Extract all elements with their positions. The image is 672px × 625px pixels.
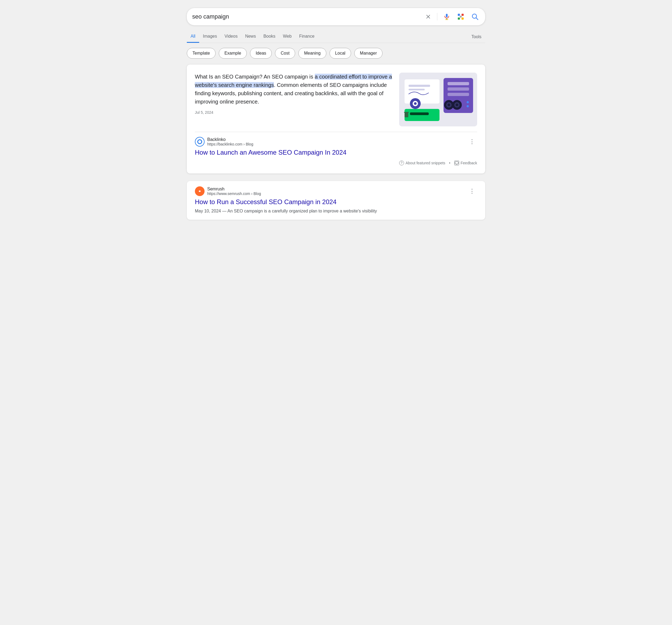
- mic-icon: [443, 13, 450, 20]
- snippet-text-before: What Is an SEO Campaign? An SEO campaign…: [195, 74, 315, 79]
- svg-point-29: [456, 103, 458, 106]
- card-footer: ? About featured snippets • Feedback: [195, 158, 477, 165]
- search-icons: [424, 12, 480, 22]
- source-info: Backlinko https://backlinko.com › Blog: [207, 137, 253, 146]
- svg-rect-0: [446, 14, 448, 17]
- source-name: Backlinko: [207, 137, 253, 142]
- svg-rect-11: [405, 79, 439, 103]
- search-input[interactable]: seo campaign: [192, 13, 424, 20]
- result2-date: May 10, 2024: [195, 209, 221, 213]
- snippet-illustration: [399, 73, 477, 126]
- svg-point-31: [466, 105, 469, 107]
- semrush-favicon: [195, 186, 205, 196]
- filter-chips: Template Example Ideas Cost Meaning Loca…: [187, 48, 485, 59]
- svg-rect-23: [448, 93, 469, 96]
- tab-images[interactable]: Images: [199, 31, 221, 43]
- tab-web[interactable]: Web: [279, 31, 295, 43]
- svg-rect-4: [461, 18, 464, 20]
- tab-books[interactable]: Books: [260, 31, 279, 43]
- source-url: https://backlinko.com › Blog: [207, 142, 253, 146]
- result2-title-link[interactable]: How to Run a Successful SEO Campaign in …: [195, 198, 477, 206]
- result2-source-name: Semrush: [207, 187, 261, 191]
- result2-source-url: https://www.semrush.com › Blog: [207, 191, 261, 196]
- tab-news[interactable]: News: [241, 31, 260, 43]
- second-result-card: Semrush https://www.semrush.com › Blog ⋮…: [187, 181, 485, 220]
- svg-rect-12: [409, 85, 430, 87]
- voice-search-button[interactable]: [442, 12, 451, 21]
- result2-snippet: May 10, 2024 — An SEO campaign is a care…: [195, 208, 477, 214]
- result2-text: — An SEO campaign is a carefully organiz…: [222, 209, 377, 213]
- tools-button[interactable]: Tools: [468, 31, 485, 43]
- svg-rect-21: [448, 82, 469, 85]
- svg-point-30: [466, 101, 469, 103]
- vertical-divider: [437, 13, 437, 20]
- snippet-date: Jul 5, 2024: [195, 110, 393, 116]
- svg-rect-2: [461, 14, 464, 16]
- chip-template[interactable]: Template: [187, 48, 216, 59]
- snippet-content: What Is an SEO Campaign? An SEO campaign…: [195, 73, 477, 126]
- svg-line-8: [476, 18, 478, 20]
- feedback-item[interactable]: Feedback: [454, 161, 477, 165]
- svg-rect-32: [455, 162, 458, 164]
- lens-icon: [457, 13, 464, 20]
- snippet-text: What Is an SEO Campaign? An SEO campaign…: [195, 73, 393, 116]
- footer-separator: •: [449, 161, 451, 165]
- result2-source-info: Semrush https://www.semrush.com › Blog: [207, 187, 261, 196]
- featured-snippet-card: What Is an SEO Campaign? An SEO campaign…: [187, 65, 485, 173]
- svg-rect-19: [405, 112, 408, 117]
- chip-example[interactable]: Example: [219, 48, 247, 59]
- tab-videos[interactable]: Videos: [221, 31, 241, 43]
- about-snippets-item[interactable]: ? About featured snippets: [399, 161, 446, 165]
- svg-rect-3: [458, 18, 460, 20]
- search-button[interactable]: [470, 12, 480, 22]
- search-bar: seo campaign: [187, 8, 485, 25]
- search-icon: [471, 13, 479, 20]
- result-source: Backlinko https://backlinko.com › Blog ⋮: [195, 137, 477, 146]
- tab-finance[interactable]: Finance: [295, 31, 318, 43]
- svg-rect-1: [458, 14, 460, 16]
- clear-button[interactable]: [424, 13, 432, 21]
- svg-point-26: [448, 103, 450, 106]
- chip-manager[interactable]: Manager: [354, 48, 383, 59]
- result2-source: Semrush https://www.semrush.com › Blog ⋮: [195, 186, 477, 196]
- svg-rect-22: [448, 87, 469, 91]
- svg-rect-20: [404, 112, 409, 113]
- chip-local[interactable]: Local: [330, 48, 351, 59]
- backlinko-favicon: [195, 137, 205, 146]
- help-icon: ?: [399, 161, 404, 165]
- svg-point-16: [414, 102, 417, 105]
- chip-meaning[interactable]: Meaning: [298, 48, 326, 59]
- result-title-link[interactable]: How to Launch an Awesome SEO Campaign In…: [195, 149, 477, 156]
- feedback-icon: [454, 161, 459, 165]
- svg-rect-13: [409, 89, 425, 90]
- result2-more-options-button[interactable]: ⋮: [467, 187, 477, 196]
- svg-point-7: [472, 14, 477, 18]
- about-snippets-label: About featured snippets: [406, 161, 446, 165]
- tab-all[interactable]: All: [187, 31, 199, 43]
- chip-cost[interactable]: Cost: [275, 48, 295, 59]
- nav-tabs: All Images Videos News Books Web Finance…: [187, 31, 485, 43]
- lens-button[interactable]: [456, 12, 465, 21]
- favicon-ring: [197, 139, 202, 144]
- close-icon: [425, 14, 431, 20]
- feedback-label: Feedback: [461, 161, 477, 165]
- more-options-button[interactable]: ⋮: [467, 137, 477, 146]
- svg-rect-18: [410, 112, 429, 115]
- chip-ideas[interactable]: Ideas: [250, 48, 272, 59]
